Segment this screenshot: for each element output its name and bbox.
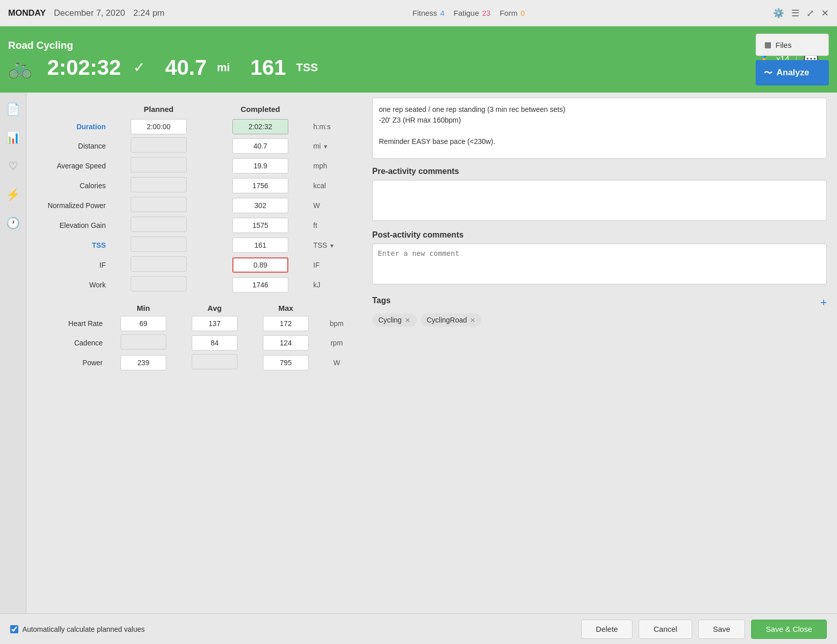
completed-norm-power-input[interactable] [232,198,288,213]
titlebar-icons: ⚙️ ☰ ⤢ ✕ [773,8,829,19]
tag-cycling-remove[interactable]: ✕ [405,316,410,324]
pre-activity-title: Pre-activity comments [372,167,827,176]
table-row: Power W [32,353,352,372]
completed-duration[interactable] [210,118,311,136]
power-min-input[interactable] [121,355,166,370]
check-icon: ✓ [133,59,145,76]
unit-elev-gain: ft [311,215,352,235]
sidebar-icons: 📄 📊 ♡ ⚡ 🕐 [0,93,26,613]
cancel-button[interactable]: Cancel [639,620,692,639]
label-heart-rate: Heart Rate [32,314,108,333]
planned-work-empty [131,276,187,291]
sidebar-icon-file[interactable]: 📄 [6,103,20,116]
hr-min[interactable] [108,314,179,333]
power-max-input[interactable] [263,355,309,370]
power-max[interactable] [250,353,321,372]
label-elev-gain: Elevation Gain [32,215,108,235]
label-tss: TSS [32,235,108,255]
planned-avg-speed-empty [131,157,187,172]
completed-tss-input[interactable] [232,238,288,253]
planned-tss [108,235,210,255]
completed-tss[interactable] [210,235,311,255]
unit-work: kJ [311,275,352,295]
fitness-value: 4 [440,9,444,17]
planned-duration-input[interactable] [131,119,187,134]
stats-section: Min Avg Max Heart Rate [32,302,352,372]
sidebar-icon-chart[interactable]: 📊 [6,131,20,144]
tags-row: Cycling ✕ CyclingRoad ✕ [372,313,827,327]
completed-distance[interactable] [210,136,311,156]
header-max: Max [250,302,321,314]
hr-max[interactable] [250,314,321,333]
planned-norm-power [108,195,210,215]
pre-activity-comment[interactable] [372,180,827,221]
unit-duration: h:m:s [311,118,352,136]
label-power: Power [32,353,108,372]
sidebar-icon-clock[interactable]: 🕐 [6,217,20,230]
unit-tss: TSS ▼ [311,235,352,255]
completed-elev-gain[interactable] [210,215,311,235]
completed-norm-power[interactable] [210,195,311,215]
files-icon: ▦ [764,40,771,49]
completed-work[interactable] [210,275,311,295]
hr-max-input[interactable] [263,316,309,331]
auto-calc-checkbox[interactable] [10,625,18,633]
settings-icon[interactable]: ⚙️ [773,8,784,19]
completed-elev-gain-input[interactable] [232,218,288,233]
sidebar-icon-lightning[interactable]: ⚡ [6,188,20,201]
table-row: Elevation Gain ft [32,215,352,235]
completed-distance-input[interactable] [232,138,288,154]
close-icon[interactable]: ✕ [821,8,829,19]
table-row: TSS TSS ▼ [32,235,352,255]
completed-if-input[interactable] [232,257,288,273]
hr-avg[interactable] [179,314,250,333]
sidebar-icon-heart[interactable]: ♡ [8,160,18,173]
titlebar-left: MONDAY December 7, 2020 2:24 pm [8,8,164,18]
cadence-max[interactable] [250,333,321,353]
analyze-button[interactable]: 〜 Analyze [756,60,829,85]
completed-work-input[interactable] [232,277,288,292]
cadence-avg-input[interactable] [192,335,237,350]
completed-calories[interactable] [210,175,311,195]
menu-icon[interactable]: ☰ [791,8,799,19]
power-avg [179,353,250,372]
files-button[interactable]: ▦ Files [756,34,829,56]
cadence-avg[interactable] [179,333,250,353]
table-row: Calories kcal [32,175,352,195]
table-row: Work kJ [32,275,352,295]
table-row: Heart Rate bpm [32,314,352,333]
hr-avg-input[interactable] [192,316,237,331]
distance-dropdown-arrow[interactable]: ▼ [323,143,328,150]
completed-if[interactable] [210,255,311,275]
unit-if: IF [311,255,352,275]
post-activity-comment[interactable] [372,244,827,284]
header-planned: Planned [108,103,210,118]
header-min: Min [108,302,179,314]
tags-add-button[interactable]: + [820,296,827,309]
tags-title: Tags [372,296,820,305]
completed-duration-input[interactable] [232,119,288,134]
planned-duration[interactable] [108,118,210,136]
auto-calc-section: Automatically calculate planned values [10,625,573,633]
completed-calories-input[interactable] [232,178,288,193]
activity-stats: 🚲 2:02:32 ✓ 40.7 mi 161 TSS [8,55,758,80]
completed-avg-speed[interactable] [210,156,311,175]
tag-cyclingroad-remove[interactable]: ✕ [470,316,475,324]
planned-if-empty [131,256,187,272]
save-button[interactable]: Save [698,620,745,639]
power-min[interactable] [108,353,179,372]
tss-dropdown-arrow[interactable]: ▼ [329,243,335,249]
metrics-panel: Planned Completed Duration h:m:s [26,93,362,613]
completed-avg-speed-input[interactable] [232,158,288,173]
table-row: Cadence rpm [32,333,352,353]
table-row: Average Speed mph [32,156,352,175]
delete-button[interactable]: Delete [581,620,633,639]
hr-min-input[interactable] [121,316,166,331]
table-row: Duration h:m:s [32,118,352,136]
cadence-max-input[interactable] [263,335,309,350]
stat-distance-unit: mi [217,61,230,74]
planned-elev-gain [108,215,210,235]
expand-icon[interactable]: ⤢ [806,8,814,19]
save-close-button[interactable]: Save & Close [751,620,827,639]
stat-duration: 2:02:32 [47,55,121,80]
